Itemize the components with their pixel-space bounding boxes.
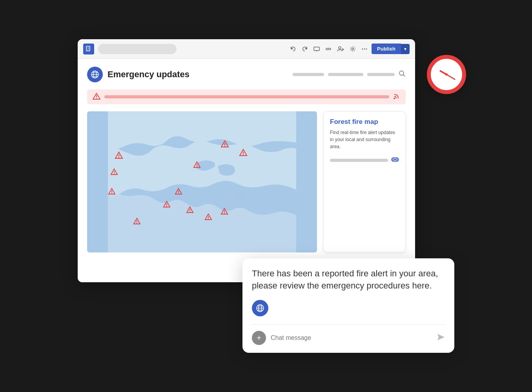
fire-card-title: Forest fire map — [330, 118, 399, 126]
chat-window: There has been a reported fire alert in … — [242, 258, 454, 353]
site-logo — [87, 67, 103, 82]
chat-add-button[interactable]: + — [252, 331, 266, 345]
chat-input-field[interactable] — [271, 334, 432, 341]
svg-marker-5 — [305, 47, 307, 49]
fire-card-footer — [330, 156, 399, 164]
browser-doc-icon — [83, 44, 94, 54]
svg-point-42 — [166, 206, 167, 207]
content-area: Forest fire map Find real-time fire aler… — [87, 111, 406, 252]
add-user-icon[interactable] — [337, 46, 344, 52]
chat-send-button[interactable] — [437, 334, 445, 343]
nav-bar-2 — [328, 73, 363, 76]
browser-content: Emergency updates — [78, 59, 415, 282]
svg-point-26 — [394, 98, 395, 99]
nav-bar-1 — [293, 73, 324, 76]
fire-marker-2 — [110, 168, 118, 177]
chat-input-row: + — [252, 331, 445, 345]
svg-point-57 — [224, 145, 225, 146]
chat-divider — [252, 324, 445, 325]
svg-point-45 — [189, 211, 190, 212]
fire-card-link-icon[interactable] — [391, 156, 399, 164]
browser-toolbar: Publish ▾ — [78, 39, 415, 59]
map-container — [87, 111, 317, 252]
svg-point-36 — [111, 193, 112, 194]
svg-point-14 — [364, 48, 365, 49]
svg-line-22 — [403, 74, 405, 76]
fire-card-description: Find real-time fire alert updates in you… — [330, 129, 399, 150]
fire-marker-12 — [133, 217, 141, 227]
svg-point-9 — [339, 47, 341, 49]
site-header: Emergency updates — [87, 67, 406, 82]
publish-button-group[interactable]: Publish ▾ — [372, 44, 410, 54]
fire-marker-5 — [163, 200, 171, 210]
fire-marker-1 — [115, 151, 123, 161]
svg-point-25 — [96, 98, 97, 99]
chat-message: There has been a reported fire alert in … — [252, 268, 445, 292]
publish-dropdown-button[interactable]: ▾ — [401, 44, 410, 54]
fire-marker-11 — [239, 148, 248, 158]
publish-button[interactable]: Publish — [372, 44, 401, 54]
fire-card-bar — [330, 159, 388, 162]
svg-point-39 — [178, 193, 179, 194]
link-toolbar-icon[interactable] — [325, 46, 332, 52]
svg-point-13 — [362, 48, 363, 49]
fire-marker-10 — [220, 140, 229, 150]
clock-minute-hand — [446, 74, 455, 80]
fire-marker-7 — [204, 213, 212, 222]
alert-bar — [104, 95, 389, 98]
clock-center-dot — [445, 73, 448, 76]
fire-marker-6 — [186, 206, 194, 215]
fire-marker-4 — [175, 187, 182, 197]
page-title: Emergency updates — [107, 69, 189, 80]
toolbar-icons — [290, 46, 368, 52]
svg-point-30 — [118, 157, 119, 158]
url-bar[interactable] — [98, 44, 177, 54]
fire-marker-3 — [108, 187, 116, 197]
fire-card: Forest fire map Find real-time fire aler… — [323, 111, 406, 252]
nav-bar-3 — [367, 73, 395, 76]
redo-icon[interactable] — [302, 46, 308, 52]
svg-point-48 — [208, 218, 209, 219]
svg-point-63 — [137, 223, 137, 223]
svg-marker-4 — [291, 47, 293, 49]
undo-icon[interactable] — [290, 46, 296, 52]
svg-point-12 — [352, 48, 354, 50]
browser-window: Publish ▾ Emergency updates — [78, 39, 415, 282]
search-icon[interactable] — [399, 70, 406, 79]
alert-banner — [87, 89, 406, 104]
svg-point-51 — [224, 213, 225, 214]
clock-widget — [427, 55, 466, 94]
fire-marker-8 — [220, 207, 228, 217]
svg-rect-6 — [314, 47, 319, 51]
chat-avatar-row — [252, 300, 445, 316]
fire-marker-9 — [193, 161, 201, 170]
settings-icon[interactable] — [350, 46, 356, 52]
svg-point-60 — [243, 154, 244, 155]
svg-marker-73 — [437, 334, 445, 340]
clock-face — [435, 63, 458, 86]
site-header-nav — [293, 70, 406, 79]
chat-avatar — [252, 300, 268, 316]
alert-warning-icon — [93, 93, 100, 101]
svg-point-21 — [399, 71, 404, 75]
rss-icon — [393, 93, 400, 102]
svg-point-54 — [196, 166, 197, 167]
screen-icon[interactable] — [313, 46, 320, 52]
svg-point-15 — [366, 48, 367, 49]
more-icon[interactable] — [361, 46, 368, 52]
svg-point-33 — [114, 173, 115, 174]
